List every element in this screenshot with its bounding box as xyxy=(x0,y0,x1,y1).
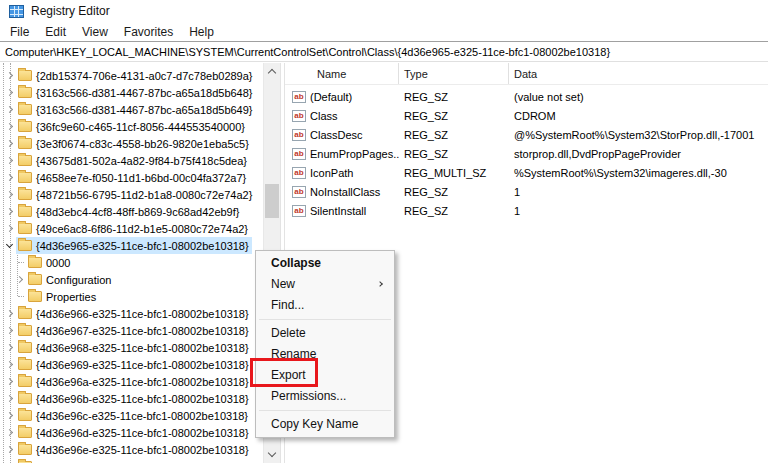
tree-item-content: {4d36e968-e325-11ce-bfc1-08002be10318} xyxy=(16,339,252,356)
context-menu-item-new[interactable]: New xyxy=(257,274,393,295)
context-menu-item-permissions[interactable]: Permissions... xyxy=(257,386,393,407)
folder-icon xyxy=(18,189,32,200)
context-menu-item-copy-key-name[interactable]: Copy Key Name xyxy=(257,414,393,435)
tree-item[interactable]: {4658ee7e-f050-11d1-b6bd-00c04fa372a7} xyxy=(0,169,263,186)
tree-item-content: {3e3f0674-c83c-4558-bb26-9820e1eba5c5} xyxy=(16,135,252,152)
tree-item[interactable]: {3163c566-d381-4467-87bc-a65a18d5b648} xyxy=(0,84,263,101)
scroll-down-icon[interactable] xyxy=(264,446,280,463)
tree-rows: {2db15374-706e-4131-a0c7-d7c78eb0289a}{3… xyxy=(0,67,263,463)
tree-item-content: {3163c566-d381-4467-87bc-a65a18d5b649} xyxy=(16,101,256,118)
tree-item-content: 0000 xyxy=(26,254,73,271)
context-menu: CollapseNewFind...DeleteRenameExportPerm… xyxy=(255,250,395,438)
address-bar[interactable] xyxy=(0,42,768,62)
chevron-right-icon[interactable] xyxy=(4,444,16,456)
tree-item[interactable]: {4d36e96b-e325-11ce-bfc1-08002be10318} xyxy=(0,390,263,407)
tree-item[interactable]: {43675d81-502a-4a82-9f84-b75f418c5dea} xyxy=(0,152,263,169)
tree-item[interactable]: {4d36e968-e325-11ce-bfc1-08002be10318} xyxy=(0,339,263,356)
tree-item-label: Properties xyxy=(46,291,96,303)
tree-item[interactable]: {4d36e96f-e325-11ce-bfc1-08002be10318} xyxy=(0,458,263,463)
chevron-right-icon[interactable] xyxy=(4,70,16,82)
chevron-right-icon[interactable] xyxy=(4,104,16,116)
tree-item-content: {2db15374-706e-4131-a0c7-d7c78eb0289a} xyxy=(16,67,256,84)
folder-icon xyxy=(18,393,32,404)
folder-icon xyxy=(18,155,32,166)
chevron-right-icon[interactable] xyxy=(4,325,16,337)
context-menu-item-label: Delete xyxy=(271,326,306,340)
column-header-name[interactable]: Name xyxy=(285,63,399,84)
tree-item-label: {48721b56-6795-11d2-b1a8-0080c72e74a2} xyxy=(36,189,252,201)
context-menu-item-collapse[interactable]: Collapse xyxy=(257,253,393,274)
tree-item[interactable]: {3163c566-d381-4467-87bc-a65a18d5b649} xyxy=(0,101,263,118)
tree-spacer xyxy=(14,291,26,303)
menu-separator xyxy=(259,410,391,411)
registry-value-row[interactable]: abIconPathREG_MULTI_SZ%SystemRoot%\Syste… xyxy=(285,163,768,182)
chevron-right-icon[interactable] xyxy=(4,223,16,235)
tree-item[interactable]: {48d3ebc4-4cf8-48ff-b869-9c68ad42eb9f} xyxy=(0,203,263,220)
tree-item-label: {4d36e96a-e325-11ce-bfc1-08002be10318} xyxy=(36,376,249,388)
menu-edit[interactable]: Edit xyxy=(37,25,74,39)
chevron-right-icon[interactable] xyxy=(4,121,16,133)
chevron-right-icon[interactable] xyxy=(4,308,16,320)
tree-item[interactable]: Configuration xyxy=(0,271,263,288)
value-name: (Default) xyxy=(310,91,399,103)
tree-item[interactable]: {4d36e96c-e325-11ce-bfc1-08002be10318} xyxy=(0,407,263,424)
tree-item[interactable]: {4d36e967-e325-11ce-bfc1-08002be10318} xyxy=(0,322,263,339)
tree-item[interactable]: {4d36e965-e325-11ce-bfc1-08002be10318} xyxy=(0,237,263,254)
chevron-right-icon[interactable] xyxy=(4,87,16,99)
value-type: REG_SZ xyxy=(399,91,509,103)
tree-item[interactable]: {4d36e969-e325-11ce-bfc1-08002be10318} xyxy=(0,356,263,373)
tree-item-label: {3163c566-d381-4467-87bc-a65a18d5b649} xyxy=(36,104,253,116)
context-menu-item-delete[interactable]: Delete xyxy=(257,323,393,344)
chevron-right-icon[interactable] xyxy=(14,274,26,286)
value-data: CDROM xyxy=(509,110,768,122)
chevron-right-icon[interactable] xyxy=(4,359,16,371)
chevron-down-icon[interactable] xyxy=(4,240,16,252)
tree-item[interactable]: {4d36e96e-e325-11ce-bfc1-08002be10318} xyxy=(0,441,263,458)
tree-item[interactable]: {4d36e96a-e325-11ce-bfc1-08002be10318} xyxy=(0,373,263,390)
value-data: @%SystemRoot%\System32\StorProp.dll,-170… xyxy=(509,129,768,141)
value-type: REG_SZ xyxy=(399,148,509,160)
tree-item[interactable]: {2db15374-706e-4131-a0c7-d7c78eb0289a} xyxy=(0,67,263,84)
column-header-type[interactable]: Type xyxy=(399,63,509,84)
tree-item[interactable]: {3e3f0674-c83c-4558-bb26-9820e1eba5c5} xyxy=(0,135,263,152)
scrollbar-thumb[interactable] xyxy=(265,184,279,218)
menu-help[interactable]: Help xyxy=(181,25,222,39)
registry-value-row[interactable]: abEnumPropPages...REG_SZstorprop.dll,Dvd… xyxy=(285,144,768,163)
tree-item-label: 0000 xyxy=(46,257,70,269)
tree-item[interactable]: {36fc9e60-c465-11cf-8056-444553540000} xyxy=(0,118,263,135)
menu-favorites[interactable]: Favorites xyxy=(116,25,181,39)
chevron-right-icon[interactable] xyxy=(4,138,16,150)
tree-item[interactable]: 0000 xyxy=(0,254,263,271)
tree-item-label: {4d36e96c-e325-11ce-bfc1-08002be10318} xyxy=(36,410,248,422)
registry-value-row[interactable]: ab(Default)REG_SZ(value not set) xyxy=(285,87,768,106)
tree-item-label: {4d36e96d-e325-11ce-bfc1-08002be10318} xyxy=(36,427,249,439)
column-header-data[interactable]: Data xyxy=(509,63,768,84)
tree-item-label: {2db15374-706e-4131-a0c7-d7c78eb0289a} xyxy=(36,70,253,82)
tree-item[interactable]: {4d36e96d-e325-11ce-bfc1-08002be10318} xyxy=(0,424,263,441)
registry-value-row[interactable]: abSilentInstallREG_SZ1 xyxy=(285,201,768,220)
chevron-right-icon[interactable] xyxy=(4,206,16,218)
chevron-right-icon[interactable] xyxy=(4,189,16,201)
registry-value-row[interactable]: abClassDescREG_SZ@%SystemRoot%\System32\… xyxy=(285,125,768,144)
tree-item[interactable]: Properties xyxy=(0,288,263,305)
chevron-right-icon[interactable] xyxy=(4,410,16,422)
context-menu-item-find[interactable]: Find... xyxy=(257,295,393,316)
tree-item[interactable]: {48721b56-6795-11d2-b1a8-0080c72e74a2} xyxy=(0,186,263,203)
tree-item[interactable]: {4d36e966-e325-11ce-bfc1-08002be10318} xyxy=(0,305,263,322)
tree-item[interactable]: {49ce6ac8-6f86-11d2-b1e5-0080c72e74a2} xyxy=(0,220,263,237)
folder-icon xyxy=(18,308,32,319)
chevron-right-icon[interactable] xyxy=(4,172,16,184)
registry-value-row[interactable]: abNoInstallClassREG_SZ1 xyxy=(285,182,768,201)
chevron-right-icon[interactable] xyxy=(4,342,16,354)
chevron-right-icon[interactable] xyxy=(4,155,16,167)
menu-file[interactable]: File xyxy=(2,25,37,39)
value-type: REG_SZ xyxy=(399,129,509,141)
tree-item-content: {4d36e96e-e325-11ce-bfc1-08002be10318} xyxy=(16,441,252,458)
chevron-right-icon[interactable] xyxy=(4,393,16,405)
value-name: IconPath xyxy=(310,167,399,179)
registry-value-row[interactable]: abClassREG_SZCDROM xyxy=(285,106,768,125)
chevron-right-icon[interactable] xyxy=(4,376,16,388)
menu-view[interactable]: View xyxy=(74,25,116,39)
scroll-up-icon[interactable] xyxy=(264,63,280,80)
chevron-right-icon[interactable] xyxy=(4,427,16,439)
